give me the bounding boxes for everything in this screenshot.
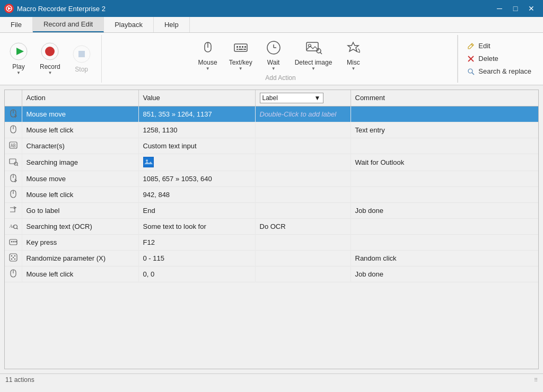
row-action: Randomize parameter (X) (22, 250, 138, 266)
table-row[interactable]: ABCharacter(s)Custom text input (5, 138, 538, 154)
search-replace-icon (467, 67, 475, 76)
row-label (255, 138, 351, 154)
col-value: Value (138, 90, 255, 106)
delete-button[interactable]: Delete (465, 54, 533, 64)
row-icon (5, 106, 22, 122)
table-row[interactable]: Mouse left click942, 848 (5, 186, 538, 202)
detectimage-button[interactable]: Detect image ▼ (289, 35, 338, 74)
table-row[interactable]: AaSearching text (OCR)Some text to look … (5, 218, 538, 234)
record-button[interactable]: Record ▼ (34, 39, 66, 78)
svg-line-24 (320, 52, 322, 54)
table-row[interactable]: Mouse move851, 353 » 1264, 1137Double-Cl… (5, 106, 538, 122)
row-icon (5, 122, 22, 138)
row-comment (351, 218, 538, 234)
row-comment (351, 138, 538, 154)
record-icon (40, 42, 59, 61)
row-value: 942, 848 (138, 186, 255, 202)
svg-line-29 (472, 73, 474, 75)
maximize-button[interactable]: □ (508, 3, 523, 14)
row-value: Custom text input (138, 138, 255, 154)
misc-icon (344, 38, 363, 57)
table-row[interactable]: Mouse left click1258, 1130Text entry (5, 122, 538, 138)
svg-line-38 (17, 165, 18, 166)
svg-rect-12 (239, 46, 241, 48)
row-label (255, 122, 351, 138)
row-label (255, 186, 351, 202)
status-bar: 11 actions ⠿ (0, 373, 543, 386)
row-comment: Random click (351, 250, 538, 266)
menu-playback[interactable]: Playback (104, 17, 154, 32)
svg-rect-51 (15, 241, 17, 243)
svg-rect-14 (244, 46, 246, 48)
row-comment: Wait for Outlook (351, 154, 538, 171)
svg-rect-7 (78, 51, 85, 57)
row-comment (351, 186, 538, 202)
title-bar: Macro Recorder Enterprise 2 ─ □ ✕ (0, 0, 543, 17)
row-value: Some text to look for (138, 218, 255, 234)
row-icon (5, 154, 22, 171)
row-label (255, 202, 351, 218)
close-button[interactable]: ✕ (524, 3, 539, 14)
menu-record-edit[interactable]: Record and Edit (33, 17, 104, 32)
svg-point-40 (146, 159, 148, 162)
toolbar: Play ▼ Record ▼ Stop (0, 33, 543, 85)
add-action-label: Add Action (265, 74, 295, 83)
row-label (255, 234, 351, 250)
svg-marker-3 (16, 48, 24, 55)
menu-file[interactable]: File (0, 17, 33, 32)
search-replace-button[interactable]: Search & replace (465, 66, 533, 77)
row-action: Searching text (OCR) (22, 218, 138, 234)
svg-rect-13 (242, 46, 243, 48)
table-row[interactable]: Key pressF12 (5, 234, 538, 250)
table-row[interactable]: Go to labelEndJob done (5, 202, 538, 218)
row-action: Mouse move (22, 106, 138, 122)
svg-rect-15 (237, 49, 238, 50)
minimize-button[interactable]: ─ (492, 3, 507, 14)
misc-button[interactable]: Misc ▼ (338, 35, 369, 74)
row-icon (5, 234, 22, 250)
resize-grip: ⠿ (534, 377, 538, 383)
row-value: 0, 0 (138, 266, 255, 282)
toolbar-actions: Edit Delete Search & replace (458, 35, 540, 83)
actions-table: Action Value Label ▼ Comment Mouse move8… (5, 90, 538, 282)
mouse-icon (198, 38, 217, 57)
image-thumbnail (143, 157, 154, 167)
row-value: 851, 353 » 1264, 1137 (138, 106, 255, 122)
row-icon: AB (5, 138, 22, 154)
table-row[interactable]: Randomize parameter (X)0 - 115Random cli… (5, 250, 538, 266)
row-comment (351, 234, 538, 250)
edit-icon (467, 42, 475, 50)
row-comment: Job done (351, 266, 538, 282)
svg-rect-16 (239, 49, 243, 50)
edit-button[interactable]: Edit (465, 41, 533, 51)
wait-button[interactable]: Wait ▼ (258, 35, 289, 74)
status-text: 11 actions (5, 376, 34, 384)
col-action: Action (22, 90, 138, 106)
col-icon (5, 90, 22, 106)
stop-button[interactable]: Stop (66, 42, 97, 76)
app-title: Macro Recorder Enterprise 2 (17, 5, 106, 13)
row-comment: Text entry (351, 122, 538, 138)
row-label (255, 266, 351, 282)
svg-line-25 (471, 44, 473, 46)
table-row[interactable]: Mouse move1085, 657 » 1053, 640 (5, 171, 538, 186)
svg-point-54 (14, 255, 15, 256)
label-dropdown[interactable]: Label ▼ (260, 93, 323, 103)
row-icon (5, 266, 22, 282)
play-button[interactable]: Play ▼ (3, 39, 34, 78)
row-comment (351, 106, 538, 122)
table-row[interactable]: Mouse left click0, 0Job done (5, 266, 538, 282)
textkey-button[interactable]: Text/key ▼ (223, 35, 258, 74)
row-label (255, 250, 351, 266)
svg-rect-36 (10, 159, 16, 164)
keyboard-icon (231, 38, 250, 57)
stop-icon (72, 44, 91, 64)
svg-rect-21 (306, 42, 318, 51)
row-value: F12 (138, 234, 255, 250)
menu-help[interactable]: Help (154, 17, 190, 32)
svg-marker-1 (8, 7, 11, 10)
row-icon (5, 250, 22, 266)
row-value: 1085, 657 » 1053, 640 (138, 171, 255, 186)
mouse-button[interactable]: Mouse ▼ (192, 35, 223, 74)
table-row[interactable]: Searching imageWait for Outlook (5, 154, 538, 171)
